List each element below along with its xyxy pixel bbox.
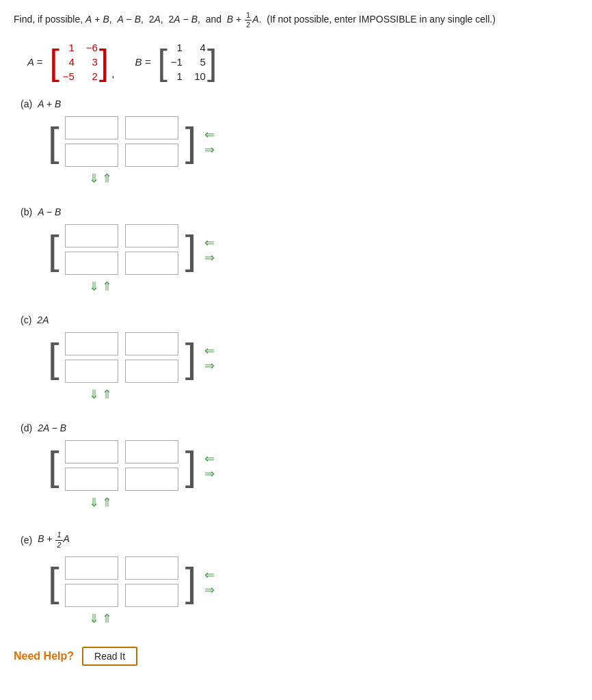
part-e-r2c2[interactable] [125,584,178,607]
read-it-button[interactable]: Read It [82,647,137,666]
part-b-arrows: ⇐ ⇒ [204,237,215,264]
matrix-b-values: 1 4 −1 5 1 10 [169,42,206,82]
part-a-answer: ⇐ ⇒ [48,116,578,168]
part-b-r2c1[interactable] [65,252,118,275]
bracket-left-a: [ [49,47,59,77]
bracket-left-b-answer [48,230,59,271]
part-d-grid [65,440,180,492]
bracket-left-c-answer [48,338,59,379]
part-d-arrows: ⇐ ⇒ [204,453,215,480]
part-d-r1c1[interactable] [65,440,118,463]
bracket-right-c-answer [185,338,197,379]
part-e-section: (e) B + 12A ⇐ ⇒ ⇓ ⇑ [21,530,578,625]
part-c-r1c2[interactable] [125,332,178,355]
part-c-r2c1[interactable] [65,360,118,383]
part-a-arrows: ⇐ ⇒ [204,129,215,156]
bracket-left-b: [ [157,47,167,77]
bracket-right-e-answer [185,562,197,603]
part-a-arrow-right[interactable]: ⇒ [204,144,215,156]
part-b-grid [65,224,180,276]
part-e-up-arrow[interactable]: ⇑ [102,611,112,626]
part-a-up-arrow[interactable]: ⇑ [102,171,112,186]
bracket-left-e-answer [48,562,59,603]
matrices-display: A = [ 1 −6 4 3 −5 2 ] , B = [ 1 4 −1 5 1 [27,42,578,82]
part-d-r2c1[interactable] [65,468,118,491]
part-e-r1c1[interactable] [65,556,118,580]
part-c-r2c2[interactable] [125,360,178,383]
part-e-arrow-right[interactable]: ⇒ [204,584,215,596]
part-c-arrow-left[interactable]: ⇐ [204,345,215,357]
part-b-label: (b) A − B [21,206,578,217]
part-b-r1c2[interactable] [125,224,178,247]
part-d-label: (d) 2A − B [21,422,578,433]
part-c-answer: ⇐ ⇒ [48,332,578,384]
matrix-a-values: 1 −6 4 3 −5 2 [61,42,98,82]
part-b-arrow-right[interactable]: ⇒ [204,252,215,264]
part-c-section: (c) 2A ⇐ ⇒ ⇓ ⇑ [21,314,578,402]
bracket-right-b-answer [185,230,197,271]
part-c-down-up: ⇓ ⇑ [89,387,578,402]
part-b-down-up: ⇓ ⇑ [89,279,578,294]
part-d-down-up: ⇓ ⇑ [89,495,578,510]
bracket-right-a: ] [99,47,109,77]
part-a-section: (a) A + B ⇐ ⇒ ⇓ ⇑ [21,98,578,186]
part-d-r2c2[interactable] [125,468,178,491]
part-b-r2c2[interactable] [125,252,178,275]
bracket-right-d-answer [185,446,197,487]
part-a-r2c1[interactable] [65,144,118,167]
part-e-r1c2[interactable] [125,556,178,580]
part-e-down-arrow[interactable]: ⇓ [89,611,99,626]
matrix-b: B = [ 1 4 −1 5 1 10 ] [135,42,217,82]
part-d-section: (d) 2A − B ⇐ ⇒ ⇓ ⇑ [21,422,578,510]
part-a-grid [65,116,180,168]
part-e-label: (e) B + 12A [21,530,578,549]
part-b-answer: ⇐ ⇒ [48,224,578,276]
part-a-r1c2[interactable] [125,116,178,139]
part-a-r2c2[interactable] [125,144,178,167]
part-b-up-arrow[interactable]: ⇑ [102,279,112,294]
part-e-answer: ⇐ ⇒ [48,556,578,608]
part-e-grid [65,556,180,608]
part-d-up-arrow[interactable]: ⇑ [102,495,112,510]
part-c-arrows: ⇐ ⇒ [204,345,215,372]
part-e-r2c1[interactable] [65,584,118,607]
part-c-r1c1[interactable] [65,332,118,355]
part-a-arrow-left[interactable]: ⇐ [204,129,215,141]
part-c-down-arrow[interactable]: ⇓ [89,387,99,402]
part-a-down-up: ⇓ ⇑ [89,171,578,186]
part-a-label: (a) A + B [21,98,578,109]
part-d-answer: ⇐ ⇒ [48,440,578,492]
part-c-label: (c) 2A [21,314,578,325]
part-d-arrow-left[interactable]: ⇐ [204,453,215,465]
part-d-arrow-right[interactable]: ⇒ [204,468,215,480]
part-c-up-arrow[interactable]: ⇑ [102,387,112,402]
part-d-down-arrow[interactable]: ⇓ [89,495,99,510]
part-d-r1c2[interactable] [125,440,178,463]
matrix-a-label: A = [27,56,42,68]
matrix-b-label: B = [135,56,150,68]
part-b-r1c1[interactable] [65,224,118,247]
part-c-grid [65,332,180,384]
instructions: Find, if possible, A + B, A − B, 2A, 2A … [14,11,578,29]
bracket-left-d-answer [48,446,59,487]
bracket-left-a-answer [48,122,59,163]
part-a-r1c1[interactable] [65,116,118,139]
part-b-down-arrow[interactable]: ⇓ [89,279,99,294]
bracket-right-b: ] [207,47,217,77]
bracket-right-a-answer [185,122,197,163]
part-a-down-arrow[interactable]: ⇓ [89,171,99,186]
part-b-section: (b) A − B ⇐ ⇒ ⇓ ⇑ [21,206,578,294]
need-help-section: Need Help? Read It [14,647,578,666]
matrix-a: A = [ 1 −6 4 3 −5 2 ] , [27,42,114,82]
part-b-arrow-left[interactable]: ⇐ [204,237,215,249]
part-e-arrow-left[interactable]: ⇐ [204,569,215,581]
part-e-arrows: ⇐ ⇒ [204,569,215,596]
part-c-arrow-right[interactable]: ⇒ [204,360,215,372]
need-help-label: Need Help? [14,650,74,662]
part-e-down-up: ⇓ ⇑ [89,611,578,626]
